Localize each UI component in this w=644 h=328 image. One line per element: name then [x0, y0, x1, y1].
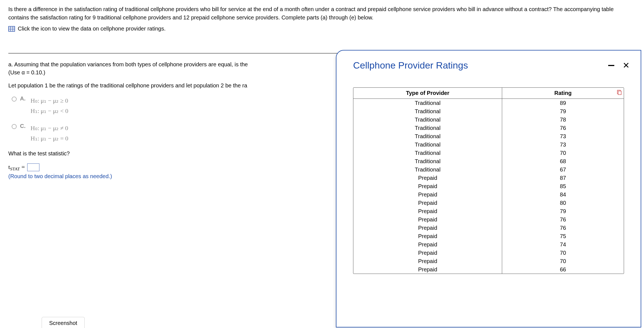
- option-a-body: H₀: μ₁ − μ₂ ≥ 0 H₁: μ₁ − μ₂ < 0: [31, 95, 68, 116]
- cell-type: Prepaid: [353, 232, 502, 240]
- cell-rating: 70: [502, 149, 624, 157]
- table-row: Traditional73: [353, 140, 624, 149]
- cell-type: Prepaid: [353, 240, 502, 249]
- cell-rating: 85: [502, 182, 624, 190]
- ratings-table: Type of Provider Rating Traditional89Tra…: [353, 88, 624, 274]
- cell-rating: 79: [502, 107, 624, 115]
- table-row: Traditional68: [353, 157, 624, 165]
- cell-rating: 68: [502, 157, 624, 165]
- cell-type: Prepaid: [353, 207, 502, 215]
- cell-type: Traditional: [353, 132, 502, 140]
- cell-type: Traditional: [353, 115, 502, 124]
- option-c-h0: H₀: μ₁ − μ₂ ≠ 0: [31, 123, 68, 133]
- cell-rating: 76: [502, 224, 624, 232]
- radio-icon[interactable]: [12, 97, 17, 102]
- cell-type: Prepaid: [353, 249, 502, 257]
- table-row: Prepaid76: [353, 215, 624, 224]
- cell-type: Prepaid: [353, 199, 502, 207]
- cell-rating: 89: [502, 99, 624, 107]
- cell-rating: 76: [502, 215, 624, 224]
- table-row: Traditional79: [353, 107, 624, 115]
- cell-type: Prepaid: [353, 224, 502, 232]
- cell-type: Prepaid: [353, 190, 502, 199]
- modal-title: Cellphone Provider Ratings: [353, 60, 468, 71]
- cell-rating: 73: [502, 140, 624, 149]
- cell-type: Prepaid: [353, 257, 502, 265]
- table-row: Traditional78: [353, 115, 624, 124]
- table-row: Prepaid75: [353, 232, 624, 240]
- cell-rating: 70: [502, 249, 624, 257]
- cell-rating: 70: [502, 257, 624, 265]
- tstat-row: tSTAT =: [8, 163, 39, 171]
- screenshot-button[interactable]: Screenshot: [42, 317, 85, 328]
- cell-rating: 78: [502, 115, 624, 124]
- table-row: Prepaid85: [353, 182, 624, 190]
- cell-rating: 87: [502, 174, 624, 182]
- cell-type: Traditional: [353, 107, 502, 115]
- option-c-h1: H₁: μ₁ − μ₂ = 0: [31, 133, 68, 143]
- table-row: Prepaid70: [353, 257, 624, 265]
- cell-type: Prepaid: [353, 265, 502, 274]
- data-link-text[interactable]: Click the icon to view the data on cellp…: [18, 26, 166, 32]
- table-row: Prepaid80: [353, 199, 624, 207]
- cell-type: Prepaid: [353, 174, 502, 182]
- cell-rating: 75: [502, 232, 624, 240]
- cell-type: Prepaid: [353, 182, 502, 190]
- ratings-modal: Cellphone Provider Ratings ✕ Type of Pro…: [336, 50, 641, 327]
- cell-type: Traditional: [353, 140, 502, 149]
- col-header-type: Type of Provider: [353, 88, 502, 99]
- cell-rating: 80: [502, 199, 624, 207]
- close-icon[interactable]: ✕: [623, 61, 630, 70]
- option-a-h0: H₀: μ₁ − μ₂ ≥ 0: [31, 95, 68, 106]
- cell-rating: 84: [502, 190, 624, 199]
- option-c-body: H₀: μ₁ − μ₂ ≠ 0 H₁: μ₁ − μ₂ = 0: [31, 123, 68, 144]
- cell-type: Traditional: [353, 157, 502, 165]
- option-a-h1: H₁: μ₁ − μ₂ < 0: [31, 106, 68, 116]
- problem-statement: Is there a difference in the satisfactio…: [0, 0, 644, 24]
- radio-icon[interactable]: [12, 124, 17, 129]
- ratings-table-wrap: Type of Provider Rating Traditional89Tra…: [353, 87, 624, 274]
- table-row: Prepaid87: [353, 174, 624, 182]
- cell-type: Traditional: [353, 124, 502, 132]
- cell-type: Traditional: [353, 149, 502, 157]
- table-icon[interactable]: [8, 26, 15, 32]
- svg-rect-0: [9, 26, 15, 31]
- tstat-input[interactable]: [27, 163, 39, 171]
- cell-rating: 74: [502, 240, 624, 249]
- cell-type: Traditional: [353, 165, 502, 174]
- cell-type: Traditional: [353, 99, 502, 107]
- option-c-label: C.: [20, 123, 27, 129]
- table-row: Prepaid79: [353, 207, 624, 215]
- data-link-row: Click the icon to view the data on cellp…: [0, 24, 644, 36]
- cell-rating: 73: [502, 132, 624, 140]
- copy-icon[interactable]: [617, 90, 622, 95]
- table-row: Traditional89: [353, 99, 624, 107]
- table-row: Traditional73: [353, 132, 624, 140]
- option-a-label: A.: [20, 95, 27, 102]
- table-row: Prepaid70: [353, 249, 624, 257]
- table-row: Traditional70: [353, 149, 624, 157]
- minimize-icon[interactable]: [608, 65, 614, 66]
- cell-rating: 79: [502, 207, 624, 215]
- table-row: Prepaid84: [353, 190, 624, 199]
- table-row: Traditional67: [353, 165, 624, 174]
- cell-rating: 76: [502, 124, 624, 132]
- cell-rating: 67: [502, 165, 624, 174]
- table-row: Prepaid76: [353, 224, 624, 232]
- svg-rect-6: [618, 91, 621, 95]
- cell-rating: 66: [502, 265, 624, 274]
- table-row: Prepaid74: [353, 240, 624, 249]
- cell-type: Prepaid: [353, 215, 502, 224]
- table-row: Prepaid66: [353, 265, 624, 274]
- col-header-rating: Rating: [502, 88, 624, 99]
- table-row: Traditional76: [353, 124, 624, 132]
